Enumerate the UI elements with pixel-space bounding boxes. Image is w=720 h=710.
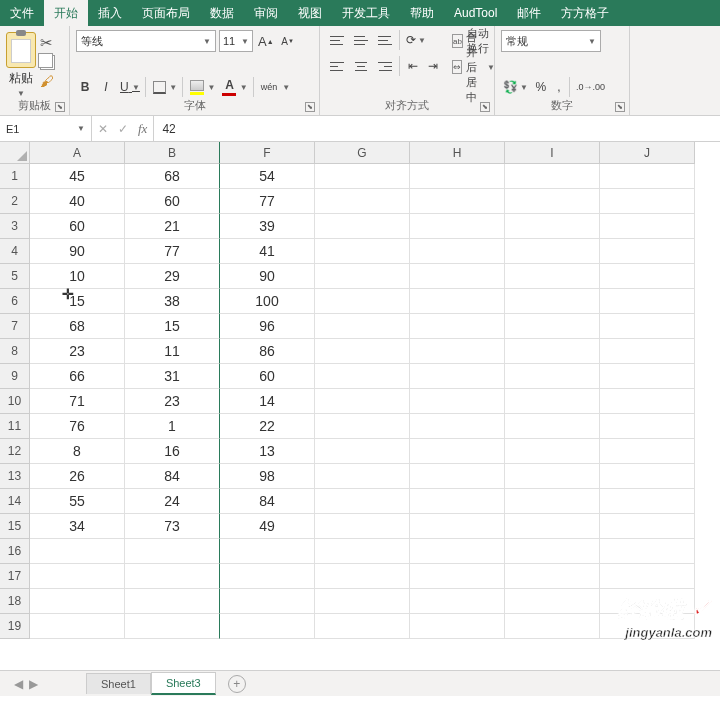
row-header[interactable]: 16: [0, 539, 30, 564]
tab-view[interactable]: 视图: [288, 0, 332, 26]
increase-decimal-button[interactable]: .0→.00: [574, 77, 607, 97]
cell[interactable]: [315, 539, 410, 564]
shrink-font-button[interactable]: A▼: [279, 31, 297, 51]
cell[interactable]: [505, 314, 600, 339]
italic-button[interactable]: I: [97, 77, 115, 97]
cell[interactable]: [505, 289, 600, 314]
cancel-formula-button[interactable]: ✕: [98, 122, 108, 136]
cell[interactable]: [125, 564, 220, 589]
font-color-button[interactable]: A ▼: [220, 77, 253, 97]
tab-page-layout[interactable]: 页面布局: [132, 0, 200, 26]
cell[interactable]: [30, 614, 125, 639]
row-header[interactable]: 17: [0, 564, 30, 589]
column-header[interactable]: G: [315, 142, 410, 164]
cell[interactable]: [315, 289, 410, 314]
cell[interactable]: [220, 589, 315, 614]
font-dialog-launcher[interactable]: ⬊: [305, 102, 315, 112]
cell[interactable]: [600, 489, 695, 514]
border-button[interactable]: ▼: [151, 77, 183, 97]
cell[interactable]: [410, 289, 505, 314]
cell[interactable]: [410, 264, 505, 289]
cell[interactable]: [505, 564, 600, 589]
cell[interactable]: 90: [30, 239, 125, 264]
cell[interactable]: 24: [125, 489, 220, 514]
row-header[interactable]: 11: [0, 414, 30, 439]
format-painter-button[interactable]: 🖌: [40, 73, 55, 89]
cell[interactable]: 73: [125, 514, 220, 539]
formula-input[interactable]: 42: [154, 116, 720, 141]
cell[interactable]: [600, 189, 695, 214]
tab-mail[interactable]: 邮件: [507, 0, 551, 26]
cell[interactable]: [315, 314, 410, 339]
cell[interactable]: [410, 364, 505, 389]
cell[interactable]: [315, 189, 410, 214]
align-bottom-button[interactable]: [374, 30, 400, 50]
cell[interactable]: 60: [30, 214, 125, 239]
cell[interactable]: [315, 614, 410, 639]
cell[interactable]: [505, 164, 600, 189]
cell[interactable]: [600, 414, 695, 439]
decrease-indent-button[interactable]: ⇤: [404, 56, 422, 76]
select-all-corner[interactable]: [0, 142, 30, 164]
cell[interactable]: [600, 364, 695, 389]
cell[interactable]: [505, 239, 600, 264]
row-header[interactable]: 5: [0, 264, 30, 289]
row-header[interactable]: 9: [0, 364, 30, 389]
cell[interactable]: 68: [30, 314, 125, 339]
cell[interactable]: [600, 539, 695, 564]
cell[interactable]: [505, 539, 600, 564]
cell[interactable]: [315, 564, 410, 589]
bold-button[interactable]: B: [76, 77, 94, 97]
cell[interactable]: [410, 164, 505, 189]
tab-home[interactable]: 开始: [44, 0, 88, 26]
tab-data[interactable]: 数据: [200, 0, 244, 26]
cell[interactable]: 21: [125, 214, 220, 239]
cell[interactable]: 96: [220, 314, 315, 339]
cell[interactable]: 49: [220, 514, 315, 539]
cell[interactable]: [505, 614, 600, 639]
cell[interactable]: [600, 614, 695, 639]
cell[interactable]: 31: [125, 364, 220, 389]
cell[interactable]: [600, 314, 695, 339]
font-size-dropdown[interactable]: 11 ▼: [219, 30, 253, 52]
align-center-button[interactable]: [350, 56, 372, 76]
cell[interactable]: [220, 564, 315, 589]
cell[interactable]: [600, 389, 695, 414]
sheet-nav-prev[interactable]: ◀: [14, 677, 23, 691]
row-header[interactable]: 3: [0, 214, 30, 239]
cell[interactable]: 40: [30, 189, 125, 214]
cell[interactable]: [220, 614, 315, 639]
cell[interactable]: [505, 214, 600, 239]
cell[interactable]: [600, 564, 695, 589]
cell[interactable]: 16: [125, 439, 220, 464]
currency-button[interactable]: 💱▼: [501, 77, 530, 97]
cell[interactable]: 13: [220, 439, 315, 464]
tab-developer[interactable]: 开发工具: [332, 0, 400, 26]
cell[interactable]: 8: [30, 439, 125, 464]
cell[interactable]: [600, 239, 695, 264]
copy-button[interactable]: [40, 55, 55, 70]
cell[interactable]: 41: [220, 239, 315, 264]
row-header[interactable]: 14: [0, 489, 30, 514]
row-header[interactable]: 1: [0, 164, 30, 189]
row-header[interactable]: 15: [0, 514, 30, 539]
cell[interactable]: 1: [125, 414, 220, 439]
cell[interactable]: 15: [30, 289, 125, 314]
cell[interactable]: [410, 539, 505, 564]
cell[interactable]: 23: [30, 339, 125, 364]
fx-icon[interactable]: fx: [138, 121, 147, 137]
cell[interactable]: 77: [220, 189, 315, 214]
fill-color-button[interactable]: ▼: [188, 77, 217, 97]
cell[interactable]: [600, 589, 695, 614]
cell[interactable]: [505, 389, 600, 414]
cell[interactable]: 26: [30, 464, 125, 489]
paste-button[interactable]: 粘贴 ▼: [6, 32, 36, 98]
cell[interactable]: 10: [30, 264, 125, 289]
cell[interactable]: 11: [125, 339, 220, 364]
tab-file[interactable]: 文件: [0, 0, 44, 26]
grow-font-button[interactable]: A▲: [256, 31, 276, 51]
cell[interactable]: [315, 489, 410, 514]
cell[interactable]: [30, 539, 125, 564]
cell[interactable]: 39: [220, 214, 315, 239]
cell[interactable]: [410, 314, 505, 339]
